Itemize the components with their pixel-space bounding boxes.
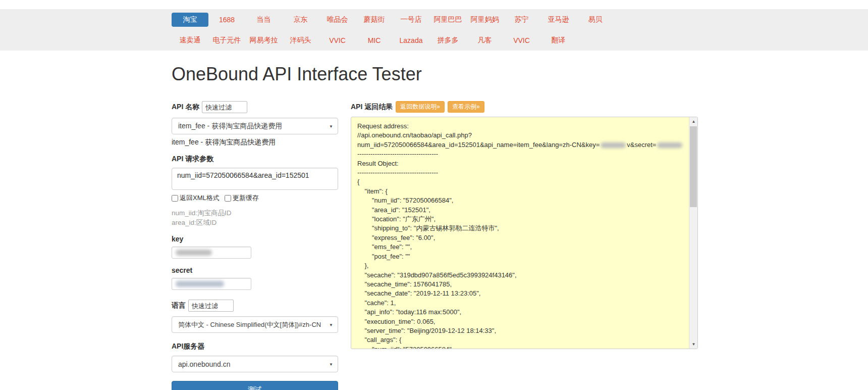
result-scrollbar[interactable]: ▲ ▼	[689, 117, 697, 349]
key-label: key	[172, 235, 338, 243]
nav-vip[interactable]: 唯品会	[319, 15, 356, 24]
page-title: OneBound API Interface Tester	[172, 64, 696, 85]
lang-label: 语言	[172, 301, 186, 310]
test-button[interactable]: 测试	[172, 381, 338, 390]
lang-filter-input[interactable]	[188, 300, 234, 312]
request-address-line: Request address:	[357, 122, 683, 131]
api-selected-description: item_fee - 获得淘宝商品快递费用	[172, 138, 338, 147]
api-form: API 名称 item_fee - 获得淘宝商品快递费用 ▼ item_fee …	[172, 101, 338, 390]
cache-checkbox[interactable]	[225, 195, 231, 202]
xml-checkbox-label[interactable]: 返回XML格式	[172, 193, 220, 203]
nav-amazon[interactable]: 亚马逊	[540, 15, 577, 24]
nav-fanyi[interactable]: 翻译	[540, 35, 577, 45]
scroll-down-arrow[interactable]: ▼	[689, 340, 697, 349]
nav-ebay[interactable]: 易贝	[577, 15, 614, 24]
nav-vvic-2[interactable]: VVIC	[503, 36, 540, 45]
nav-alibaba[interactable]: 阿里巴巴	[429, 15, 466, 24]
nav-yhd[interactable]: 一号店	[393, 15, 429, 24]
scrollbar-thumb[interactable]	[690, 126, 697, 207]
nav-taobao[interactable]: 淘宝	[172, 13, 208, 27]
nav-1688[interactable]: 1688	[208, 15, 245, 24]
nav-pinduoduo[interactable]: 拼多多	[429, 35, 466, 45]
redacted-key	[601, 142, 626, 148]
chevron-down-icon: ▼	[329, 362, 333, 366]
redacted-secret	[657, 142, 682, 148]
scroll-up-arrow[interactable]: ▲	[689, 117, 697, 126]
param-help-num-iid: num_iid:淘宝商品ID	[172, 208, 338, 218]
page: 淘宝 1688 当当 京东 唯品会 蘑菇街 一号店 阿里巴巴 阿里妈妈 苏宁 亚…	[0, 9, 868, 390]
api-result-content: Request address: //api.onebound.cn/taoba…	[351, 117, 697, 349]
nav-vancl[interactable]: 凡客	[466, 35, 503, 45]
cache-checkbox-label[interactable]: 更新缓存	[225, 193, 259, 203]
api-name-label: API 名称	[172, 103, 199, 112]
secret-input[interactable]	[172, 278, 251, 290]
api-filter-input[interactable]	[202, 101, 247, 113]
params-label: API 请求参数	[172, 155, 338, 164]
nav-mic[interactable]: MIC	[356, 36, 393, 45]
format-options: 返回XML格式 更新缓存	[172, 193, 338, 203]
nav-taobao-link[interactable]: 淘宝	[172, 13, 208, 27]
nav-suning[interactable]: 苏宁	[503, 15, 540, 24]
navbar-row-1: 淘宝 1688 当当 京东 唯品会 蘑菇街 一号店 阿里巴巴 阿里妈妈 苏宁 亚…	[172, 9, 696, 30]
nav-vvic[interactable]: VVIC	[319, 36, 356, 45]
data-doc-button[interactable]: 返回数据说明»	[396, 101, 445, 113]
nav-yangmatou[interactable]: 洋码头	[282, 35, 319, 45]
nav-dangdang[interactable]: 当当	[245, 15, 282, 24]
api-select[interactable]: item_fee - 获得淘宝商品快递费用 ▼	[172, 118, 338, 134]
param-help: num_iid:淘宝商品ID area_id:区域ID	[172, 208, 338, 227]
lang-select[interactable]: 简体中文 - Chinese Simplified(中文[简体])#zh-CN …	[172, 316, 338, 333]
view-example-button[interactable]: 查看示例»	[448, 101, 484, 113]
param-help-area-id: area_id:区域ID	[172, 218, 338, 227]
lang-select-value: 简体中文 - Chinese Simplified(中文[简体])#zh-CN	[178, 320, 321, 329]
chevron-down-icon: ▼	[329, 322, 333, 327]
nav-alimama[interactable]: 阿里妈妈	[466, 15, 503, 24]
api-result-section: API 返回结果 返回数据说明» 查看示例» Request address: …	[351, 101, 698, 349]
xml-checkbox[interactable]	[172, 195, 178, 202]
params-textarea[interactable]: num_iid=572050066584&area_id=152501	[172, 168, 338, 190]
server-label: API服务器	[172, 342, 338, 351]
secret-label: secret	[172, 266, 338, 274]
redacted-secret-value	[176, 281, 224, 287]
nav-mogujie[interactable]: 蘑菇街	[356, 15, 393, 24]
navbar-row-2: 速卖通 电子元件 网易考拉 洋码头 VVIC MIC Lazada 拼多多 凡客…	[172, 30, 696, 51]
result-json: ------------------------------------- Re…	[357, 150, 683, 349]
chevron-down-icon: ▼	[329, 124, 333, 128]
key-input[interactable]	[172, 247, 251, 259]
request-url-line: //api.onebound.cn/taobao/api_call.php?	[357, 131, 683, 140]
nav-kaola[interactable]: 网易考拉	[245, 35, 282, 45]
redacted-key-value	[176, 250, 212, 256]
result-label: API 返回结果	[351, 103, 393, 112]
platform-navbar: 淘宝 1688 当当 京东 唯品会 蘑菇街 一号店 阿里巴巴 阿里妈妈 苏宁 亚…	[0, 9, 868, 51]
nav-jd[interactable]: 京东	[282, 15, 319, 24]
api-select-value: item_fee - 获得淘宝商品快递费用	[178, 122, 282, 131]
server-select-value: api.onebound.cn	[178, 360, 231, 368]
api-result-panel: Request address: //api.onebound.cn/taoba…	[351, 117, 698, 349]
server-select[interactable]: api.onebound.cn ▼	[172, 356, 338, 372]
nav-aliexpress[interactable]: 速卖通	[172, 35, 208, 45]
nav-dianzi[interactable]: 电子元件	[208, 35, 245, 45]
nav-lazada[interactable]: Lazada	[393, 36, 429, 45]
request-query-line: num_iid=572050066584&area_id=152501&api_…	[357, 140, 683, 150]
